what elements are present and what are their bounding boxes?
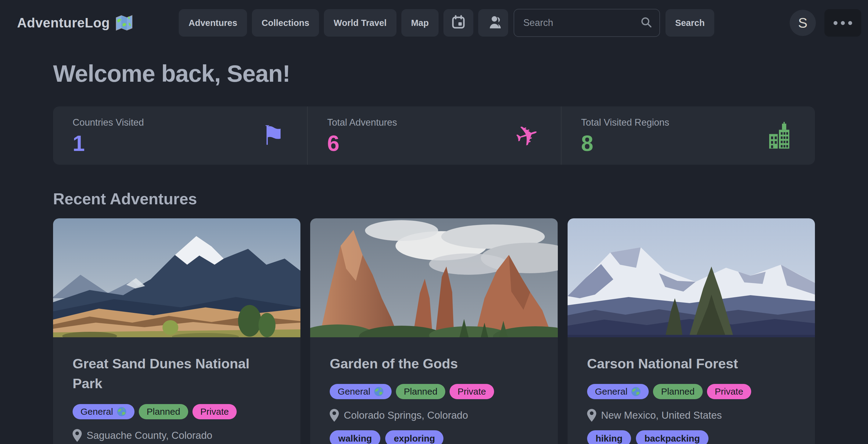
users-button[interactable] <box>478 9 508 37</box>
stat-total-adventures: Total Adventures 6 ✈ <box>307 106 561 165</box>
card-body: Garden of the Gods General Planned Priva… <box>310 337 558 444</box>
card-body: Great Sand Dunes National Park General P… <box>53 337 301 444</box>
tag: backpacking <box>636 430 709 444</box>
stats-panel: Countries Visited 1 ⚑ Total Adventures 6… <box>53 106 815 165</box>
location-pin-icon <box>587 409 596 422</box>
location-row: New Mexico, United States <box>587 409 796 422</box>
badge-general: General <box>72 404 134 419</box>
avatar-initial: S <box>798 14 808 31</box>
adventure-card[interactable]: Carson National Forest General Planned P… <box>567 218 815 444</box>
nav-item-collections[interactable]: Collections <box>252 9 319 37</box>
section-title: Recent Adventures <box>53 190 815 208</box>
stat-value: 8 <box>581 132 796 154</box>
calendar-button[interactable] <box>443 9 473 37</box>
badge-private: Private <box>450 384 494 399</box>
search-button[interactable]: Search <box>665 9 715 37</box>
adventure-card[interactable]: Garden of the Gods General Planned Priva… <box>310 218 558 444</box>
earth-icon <box>374 387 384 397</box>
ellipsis-icon <box>834 21 852 25</box>
card-title[interactable]: Garden of the Gods <box>330 354 538 374</box>
stat-total-visited-regions: Total Visited Regions 8 <box>561 106 815 165</box>
primary-nav: Adventures Collections World Travel Map <box>179 9 508 37</box>
stat-value: 6 <box>327 132 542 154</box>
calendar-icon <box>452 15 465 31</box>
location-pin-icon <box>330 409 339 422</box>
badge-private: Private <box>707 384 751 399</box>
map-logo-icon <box>115 14 133 31</box>
badge-planned: Planned <box>653 384 703 399</box>
card-photo-sand-dunes <box>53 218 301 337</box>
brand-name: AdventureLog <box>17 15 110 31</box>
main-content: Welcome back, Sean! Countries Visited 1 … <box>53 60 815 444</box>
badge-row: General Planned Private <box>72 404 281 419</box>
tag-row: walking exploring <box>330 430 538 444</box>
search <box>514 9 660 37</box>
overflow-menu-button[interactable] <box>825 9 861 37</box>
nav-item-map[interactable]: Map <box>401 9 439 37</box>
navbar: AdventureLog Adventures Collections Worl… <box>0 0 868 46</box>
stat-countries-visited: Countries Visited 1 ⚑ <box>53 106 307 165</box>
search-icon <box>641 17 652 29</box>
stat-value: 1 <box>72 132 288 154</box>
page-title: Welcome back, Sean! <box>53 60 815 88</box>
stat-label: Countries Visited <box>72 117 288 128</box>
badge-planned: Planned <box>396 384 445 399</box>
badge-planned: Planned <box>139 404 188 419</box>
location-text: New Mexico, United States <box>601 410 722 421</box>
search-input[interactable] <box>514 9 660 37</box>
adventure-card[interactable]: Great Sand Dunes National Park General P… <box>53 218 301 444</box>
card-photo-rock-spires <box>310 218 558 337</box>
stat-label: Total Visited Regions <box>581 117 796 128</box>
badge-row: General Planned Private <box>587 384 796 399</box>
avatar[interactable]: S <box>789 10 816 36</box>
tag: hiking <box>587 430 631 444</box>
earth-icon <box>117 407 127 417</box>
card-title[interactable]: Carson National Forest <box>587 354 796 374</box>
card-body: Carson National Forest General Planned P… <box>567 337 815 444</box>
location-text: Saguache County, Colorado <box>87 430 212 441</box>
location-pin-icon <box>72 429 82 442</box>
stat-label: Total Adventures <box>327 117 542 128</box>
earth-icon <box>631 387 641 397</box>
tag: exploring <box>385 430 443 444</box>
recent-adventures-grid: Great Sand Dunes National Park General P… <box>53 218 815 444</box>
plane-icon: ✈ <box>516 122 539 150</box>
flag-icon: ⚑ <box>261 122 285 149</box>
badge-private: Private <box>192 404 237 419</box>
location-row: Colorado Springs, Colorado <box>330 409 538 422</box>
city-icon <box>767 122 793 150</box>
nav-item-adventures[interactable]: Adventures <box>179 9 247 37</box>
nav-item-world-travel[interactable]: World Travel <box>324 9 397 37</box>
tag-row: hiking backpacking <box>587 430 796 444</box>
badge-general: General <box>587 384 649 399</box>
card-title[interactable]: Great Sand Dunes National Park <box>72 354 281 394</box>
tag: walking <box>330 430 380 444</box>
location-text: Colorado Springs, Colorado <box>344 410 468 421</box>
badge-row: General Planned Private <box>330 384 538 399</box>
location-row: Saguache County, Colorado <box>72 429 281 442</box>
users-icon <box>486 15 501 31</box>
card-photo-snowy-mountains <box>567 218 815 337</box>
badge-general: General <box>330 384 392 399</box>
brand[interactable]: AdventureLog <box>17 14 133 31</box>
